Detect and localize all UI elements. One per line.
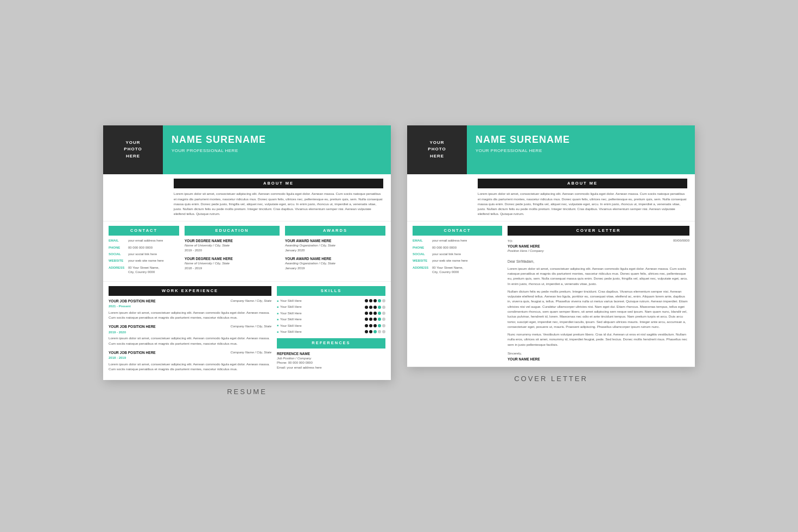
cover-photo-box: YOUR PHOTO HERE [407,125,467,174]
dot [373,330,377,333]
resume-work-company-1: Company Name / City, State [230,299,271,303]
resume-contact-website-row: WEBSITE your web site name here [109,258,179,263]
dot [382,306,385,309]
cover-label: COVER LETTER [514,375,588,383]
resume-edu-degree-2: YOUR DEGREE NAME HERE [185,256,280,261]
resume-award-org-1: Awarding Organization / City, State [285,243,385,248]
cover-letter-col: COVER LETTER TO: YOUR NAME HERE Position… [508,226,689,362]
resume-photo-text: YOUR PHOTO HERE [124,140,142,160]
cover-contact-heading: CONTACT [413,226,502,236]
resume-work-heading: WORK EXPERIENCE [109,286,271,296]
resume-work-title-3: YOUR JOB POSITION HERE [109,350,156,356]
dot [378,330,381,333]
resume-skill-name-3: Your Skill Here [277,311,302,315]
resume-references-heading: REFERENCES [277,338,385,349]
resume-edu-school-1: Name of University / City, State [185,243,280,248]
resume-skill-name-1: Your Skill Here [277,299,302,303]
resume-phone-value: 00 000 000 0000 [128,245,153,250]
dot [369,330,372,333]
resume-work-entry-2: YOUR JOB POSITION HERE Company Name / Ci… [109,324,271,345]
resume-award-entry-1: YOUR AWARD NAME HERE Awarding Organizati… [285,238,385,252]
cover-wrapper: YOUR PHOTO HERE NAME SURENAME YOUR PROFE… [407,125,695,383]
resume-ref-phone-1: Phone: 00 000 000 0000 [277,360,385,365]
dot [365,318,368,321]
cover-date: 00/00/0000 [673,238,689,256]
resume-skill-dots-1 [365,299,385,302]
dot [365,312,368,315]
resume-skill-dots-6 [365,330,385,333]
cover-website-value: your web site name here [432,258,468,263]
resume-ref-pos-1: Job Position / Company [277,356,385,360]
resume-skill-name-5: Your Skill Here [277,324,302,328]
resume-social-value: your social link here [128,252,157,256]
cover-closing: Sincerely, [508,351,689,356]
cover-two-col: CONTACT EMAIL your email address here PH… [407,221,695,367]
cover-para-1: Lorem ipsum dolor sit amet, consectetuer… [508,266,689,286]
dot [378,318,381,321]
dot [378,324,381,327]
dot [373,306,377,309]
resume-ref-name-1: REFERENCE NAME [277,351,385,356]
cover-email-label: EMAIL [413,238,430,243]
dot [378,306,381,309]
resume-contact-social-row: SOCIAL your social link here [109,252,179,256]
resume-award-org-2: Awarding Organization / City, State [285,261,385,265]
cover-title: YOUR PROFESSIONAL HERE [476,148,686,154]
resume-about-section: ABOUT ME Lorem ipsum dolor sit amet, con… [103,174,391,221]
cover-para-2: Nullam dictum felis eu pede mollis preti… [508,289,689,329]
resume-work-col: WORK EXPERIENCE YOUR JOB POSITION HERE C… [109,286,271,376]
resume-education-heading: EDUCATION [185,226,280,236]
resume-edu-degree-1: YOUR DEGREE NAME HERE [185,238,280,243]
resume-work-entry-1: YOUR JOB POSITION HERE Company Name / Ci… [109,299,271,320]
dot [382,312,385,315]
resume-name: NAME SURENAME [172,133,382,147]
dot [369,312,372,315]
cover-contact-address-row: ADDRESS 00 Your Street Name, City, Count… [413,265,502,275]
resume-address-value: 00 Your Street Name, City, Country 0000 [128,265,159,275]
resume-edu-year-2: 2018 - 2019 [185,266,280,270]
resume-edu-entry-2: YOUR DEGREE NAME HERE Name of University… [185,256,280,270]
resume-award-date-1: January 2020 [285,248,385,252]
cover-salutation: Dear Sir/Madam, [508,259,689,264]
cover-recipient-name: YOUR NAME HERE [508,244,544,249]
cover-recipient-pos: Position Here / Company [508,249,544,253]
resume-work-year-3: 2018 - 2019 [109,356,271,360]
cover-to-label: TO: YOUR NAME HERE Position Here / Compa… [508,238,544,256]
resume-about-text: Lorem ipsum dolor sit amet, consectetuer… [174,191,383,216]
resume-photo-box: YOUR PHOTO HERE [103,125,163,174]
dot [365,324,368,327]
cover-para-3: Nunc nonummy metus. Vestibulum volutpat … [508,332,689,347]
cover-header-info: NAME SURENAME YOUR PROFESSIONAL HERE [467,125,695,174]
cover-social-value: your social link here [432,252,461,256]
resume-edu-school-2: Name of University / City, State [185,261,280,265]
dot [373,299,377,302]
resume-edu-entry-1: YOUR DEGREE NAME HERE Name of University… [185,238,280,252]
cover-contact-phone-row: PHONE 00 000 000 0000 [413,245,502,250]
resume-contact-col: CONTACT EMAIL your email address here PH… [109,226,179,277]
cover-header: YOUR PHOTO HERE NAME SURENAME YOUR PROFE… [407,125,695,174]
cover-sign-name: YOUR NAME HERE [508,357,689,362]
resume-phone-label: PHONE [109,245,126,250]
resume-skill-5: Your Skill Here [277,324,385,328]
resume-skill-name-4: Your Skill Here [277,317,302,321]
cover-page: YOUR PHOTO HERE NAME SURENAME YOUR PROFE… [407,125,695,367]
cover-email-value: your email address here [432,238,467,243]
resume-skill-2: Your Skill Here [277,305,385,309]
resume-skill-dots-2 [365,306,385,309]
resume-contact-heading: CONTACT [109,226,179,236]
resume-award-entry-2: YOUR AWARD NAME HERE Awarding Organizati… [285,256,385,270]
resume-awards-col: AWARDS YOUR AWARD NAME HERE Awarding Org… [285,226,385,277]
resume-award-name-2: YOUR AWARD NAME HERE [285,256,385,261]
resume-work-company-2: Company Name / City, State [230,324,271,328]
dot [378,299,381,302]
cover-name: NAME SURENAME [476,133,686,147]
dot [378,312,381,315]
dot [369,324,372,327]
resume-work-year-1: 2021 - Present [109,304,271,308]
dot [365,299,368,302]
resume-work-text-3: Lorem ipsum dolor sit amet, consectetuer… [109,362,271,372]
resume-skills-refs-col: SKILLS Your Skill Here Your Skill Here [277,286,385,376]
resume-work-entry-3: YOUR JOB POSITION HERE Company Name / Ci… [109,350,271,371]
cover-address-value: 00 Your Street Name, City, Country 0000 [432,265,463,275]
resume-about-heading: ABOUT ME [174,179,383,189]
